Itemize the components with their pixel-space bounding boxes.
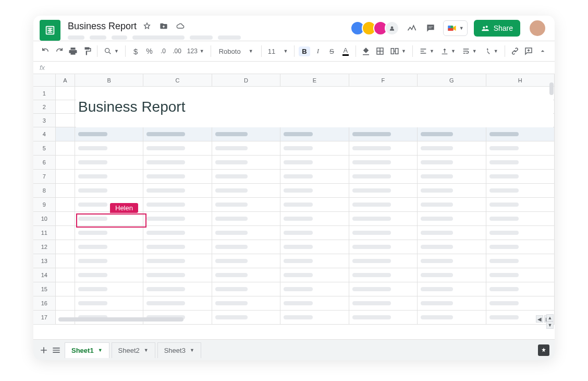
cell[interactable] — [418, 212, 486, 226]
cell[interactable] — [212, 296, 280, 311]
cell[interactable] — [56, 114, 75, 127]
cell[interactable] — [280, 198, 349, 212]
cell[interactable] — [56, 87, 75, 100]
chevron-down-icon[interactable]: ▼ — [144, 348, 149, 353]
comments-icon[interactable] — [424, 22, 437, 34]
cell[interactable] — [280, 254, 349, 268]
cell[interactable] — [143, 212, 212, 226]
cell[interactable] — [143, 240, 212, 254]
share-button[interactable]: Share — [474, 20, 520, 37]
cell[interactable] — [486, 296, 555, 311]
sheet-tab[interactable]: Sheet3▼ — [157, 342, 201, 358]
percent-icon[interactable]: % — [143, 45, 155, 57]
vertical-align-dropdown[interactable]: ▼ — [438, 47, 458, 55]
cell[interactable] — [56, 296, 75, 311]
cell[interactable] — [349, 198, 418, 212]
cell[interactable] — [418, 311, 486, 325]
cell[interactable] — [56, 170, 75, 184]
select-all-corner[interactable] — [33, 74, 56, 87]
cell[interactable] — [418, 156, 486, 170]
row-header[interactable]: 1 — [33, 87, 56, 100]
star-icon[interactable] — [141, 20, 153, 32]
cell[interactable] — [280, 311, 349, 325]
row-header[interactable]: 12 — [33, 240, 56, 254]
column-header[interactable]: C — [143, 74, 212, 87]
cell[interactable] — [212, 268, 280, 282]
cell[interactable] — [56, 254, 75, 268]
cell[interactable] — [349, 282, 418, 296]
cell[interactable] — [418, 170, 486, 184]
cell[interactable] — [418, 240, 486, 254]
column-header[interactable]: H — [486, 74, 555, 87]
cell[interactable] — [212, 170, 280, 184]
cell[interactable] — [349, 170, 418, 184]
cell[interactable] — [418, 198, 486, 212]
cell[interactable] — [75, 127, 143, 141]
cell[interactable] — [75, 240, 143, 254]
cell[interactable] — [418, 127, 486, 141]
column-header[interactable]: B — [75, 74, 143, 87]
cell[interactable] — [212, 212, 280, 226]
cell[interactable] — [75, 268, 143, 282]
column-header[interactable]: F — [349, 74, 418, 87]
cell[interactable] — [349, 212, 418, 226]
cell[interactable] — [212, 184, 280, 198]
cell[interactable] — [212, 254, 280, 268]
cell[interactable] — [486, 141, 555, 156]
row-header[interactable]: 17 — [33, 311, 56, 325]
move-icon[interactable] — [157, 20, 170, 32]
cell[interactable] — [56, 184, 75, 198]
cell[interactable] — [75, 296, 143, 311]
sheet-title-cell[interactable]: Business Report — [76, 87, 553, 127]
cell[interactable] — [143, 282, 212, 296]
merge-cells-dropdown[interactable]: ▼ — [388, 46, 408, 56]
cell[interactable] — [349, 127, 418, 141]
italic-button[interactable]: I — [312, 45, 324, 57]
chevron-down-icon[interactable]: ▼ — [98, 348, 103, 353]
column-header[interactable]: E — [280, 74, 349, 87]
cell[interactable] — [349, 184, 418, 198]
insert-link-icon[interactable] — [509, 45, 521, 57]
row-header[interactable]: 3 — [33, 114, 56, 127]
cell[interactable] — [75, 254, 143, 268]
cell[interactable] — [349, 268, 418, 282]
bold-button[interactable]: B — [299, 46, 310, 56]
cell[interactable] — [56, 100, 75, 114]
cell[interactable] — [212, 282, 280, 296]
cell[interactable] — [418, 282, 486, 296]
chevron-down-icon[interactable]: ▼ — [190, 348, 194, 353]
text-wrap-dropdown[interactable]: ▼ — [460, 47, 479, 55]
explore-button[interactable] — [538, 344, 549, 356]
cell[interactable] — [280, 282, 349, 296]
cell[interactable] — [486, 170, 555, 184]
collapse-toolbar-icon[interactable] — [537, 45, 549, 57]
horizontal-align-dropdown[interactable]: ▼ — [417, 47, 436, 55]
font-size-dropdown[interactable]: 11 ▼ — [266, 47, 290, 55]
cell[interactable] — [418, 184, 486, 198]
print-icon[interactable] — [67, 45, 79, 57]
cell[interactable] — [280, 268, 349, 282]
cell[interactable] — [486, 282, 555, 296]
cell[interactable] — [486, 198, 555, 212]
cell[interactable] — [143, 268, 212, 282]
row-header[interactable]: 6 — [33, 156, 56, 170]
cell[interactable] — [280, 226, 349, 240]
row-header[interactable]: 16 — [33, 296, 56, 311]
add-sheet-icon[interactable] — [38, 344, 50, 356]
cell[interactable] — [349, 296, 418, 311]
cell[interactable] — [56, 212, 75, 226]
vertical-scrollbar[interactable] — [549, 82, 554, 330]
cell[interactable] — [143, 198, 212, 212]
cell[interactable] — [143, 170, 212, 184]
cell[interactable] — [75, 282, 143, 296]
text-rotation-dropdown[interactable]: ▼ — [481, 47, 500, 55]
cell[interactable] — [212, 226, 280, 240]
row-header[interactable]: 11 — [33, 226, 56, 240]
sheet-tab[interactable]: Sheet1▼ — [65, 342, 109, 358]
row-header[interactable]: 15 — [33, 282, 56, 296]
row-header[interactable]: 10 — [33, 212, 56, 226]
undo-icon[interactable] — [40, 45, 52, 57]
vertical-scroll-arrows[interactable]: ▲▼ — [546, 314, 554, 329]
strikethrough-button[interactable]: S — [326, 45, 338, 57]
menu-bar[interactable] — [68, 35, 241, 40]
